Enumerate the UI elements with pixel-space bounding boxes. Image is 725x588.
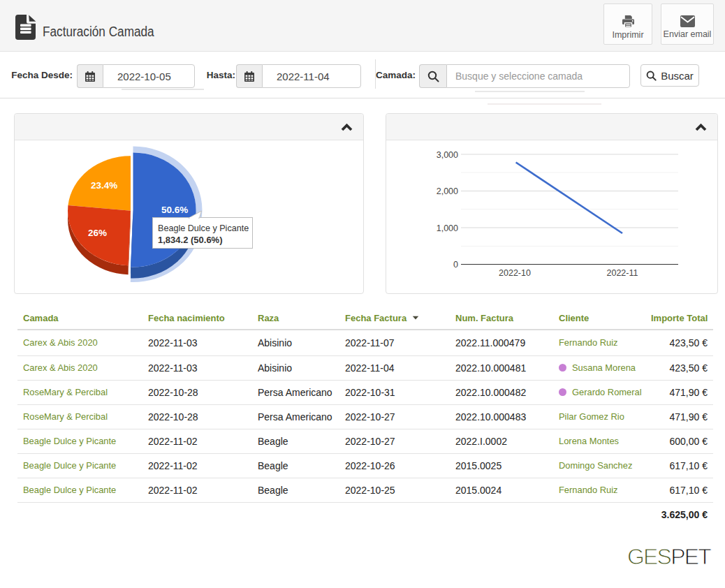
svg-text:2022-11: 2022-11 xyxy=(607,268,638,278)
svg-text:2,000: 2,000 xyxy=(437,186,458,196)
svg-text:23.4%: 23.4% xyxy=(91,180,117,191)
svg-text:0: 0 xyxy=(453,260,458,270)
svg-text:50.6%: 50.6% xyxy=(161,205,188,215)
svg-text:Beagle Dulce y Picante: Beagle Dulce y Picante xyxy=(158,223,249,233)
svg-text:1,000: 1,000 xyxy=(437,223,458,233)
svg-text:26%: 26% xyxy=(88,228,107,238)
svg-text:3,000: 3,000 xyxy=(437,150,458,160)
svg-text:1,834.2 (50.6%): 1,834.2 (50.6%) xyxy=(158,235,223,245)
svg-text:2022-10: 2022-10 xyxy=(499,268,531,278)
